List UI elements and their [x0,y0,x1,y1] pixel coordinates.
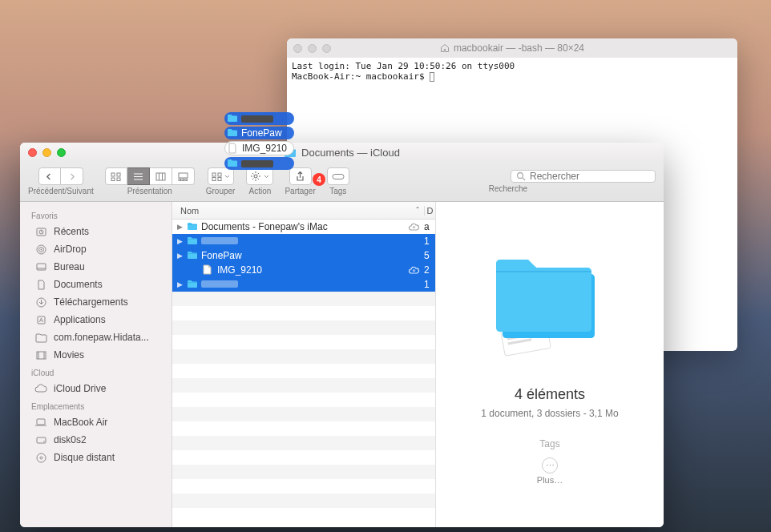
sidebar-section-icloud: iCloud [20,364,172,380]
column-name[interactable]: Nomˆ [172,206,424,216]
sidebar-item-label: com.fonepaw.Hidata... [54,332,149,343]
disclosure-triangle-icon[interactable]: ▶ [176,237,184,245]
sidebar-item-movies[interactable]: Movies [20,346,172,364]
preview-tags-label: Tags [539,438,559,449]
sidebar-item-applications[interactable]: AApplications [20,311,172,328]
sidebar-item-downloads[interactable]: Téléchargements [20,293,172,311]
table-row-empty [172,494,435,508]
back-button[interactable] [38,167,61,185]
sidebar-item-label: AirDrop [54,244,87,255]
terminal-body[interactable]: Last login: Tue Jan 29 10:50:26 on ttys0… [287,58,737,85]
folder-icon [187,250,198,261]
sidebar-item-documents[interactable]: Documents [20,276,172,293]
view-list-button[interactable] [127,167,150,185]
table-row-empty [172,306,435,320]
traffic-minimize-icon[interactable] [308,44,317,53]
document-icon [203,264,214,276]
forward-button[interactable] [61,167,83,185]
finder-traffic-lights[interactable] [28,148,66,157]
preview-pane: 4 éléments 1 document, 3 dossiers - 3,1 … [435,202,664,527]
sidebar-item-label: Téléchargements [54,296,128,308]
traffic-close-icon[interactable] [293,44,302,53]
table-row-empty [172,465,435,479]
list-header[interactable]: Nomˆ D [172,202,435,220]
terminal-traffic-lights[interactable] [293,44,331,53]
table-row[interactable]: ▶FonePaw5 [172,248,435,263]
table-row[interactable]: ▶1 [172,234,435,248]
preview-more[interactable]: ⋯ Plus… [537,457,563,485]
search-input[interactable] [530,171,650,182]
terminal-title: macbookair — -bash — 80×24 [440,42,584,54]
view-columns-button[interactable] [150,167,172,185]
sidebar-item-macbookair[interactable]: MacBook Air [20,413,172,431]
svg-rect-16 [212,177,216,180]
row-trail: a [424,221,435,232]
table-row-empty [172,349,435,364]
disclosure-triangle-icon[interactable]: ▶ [176,252,184,260]
table-row-empty [172,393,435,407]
sidebar-item-disk0s2[interactable]: disk0s2 [20,431,172,449]
table-row[interactable]: ▶1 [172,277,435,292]
gear-icon [250,171,261,182]
tags-group: Tags [327,167,349,195]
table-row-empty [172,479,435,494]
svg-line-21 [523,178,525,180]
cloud-download-icon[interactable] [406,223,421,232]
svg-rect-10 [179,173,188,178]
sidebar-item-remote-disc[interactable]: Disque distant [20,449,172,466]
file-name: IMG_9210 [217,264,403,276]
action-group: Action [246,167,273,195]
traffic-zoom-icon[interactable] [57,148,66,157]
svg-rect-14 [212,173,216,176]
svg-rect-1 [117,173,120,176]
folder-icon [284,147,297,158]
applications-icon: A [34,313,47,326]
sidebar-item-desktop[interactable]: Bureau [20,258,172,276]
sidebar-section-favoris: Favoris [20,207,172,223]
file-name: FonePaw [201,250,403,261]
disc-icon [34,451,47,464]
group-button[interactable] [208,167,234,185]
tags-button[interactable] [327,167,349,185]
traffic-minimize-icon[interactable] [42,148,51,157]
disclosure-triangle-icon[interactable]: ▶ [176,223,184,231]
folder-stack-icon [482,228,618,365]
sidebar-item-icloud-drive[interactable]: iCloud Drive [20,380,172,397]
cloud-download-icon[interactable] [406,266,421,275]
ellipsis-icon[interactable]: ⋯ [542,457,558,474]
tag-icon [332,172,345,181]
finder-titlebar[interactable]: Documents — iCloud [20,143,664,162]
sidebar-item-label: disk0s2 [54,434,87,445]
table-row[interactable]: ▶Documents - Fonepaw's iMaca [172,220,435,234]
terminal-titlebar[interactable]: macbookair — -bash — 80×24 [287,38,737,58]
sidebar-item-recents[interactable]: Récents [20,223,172,240]
traffic-close-icon[interactable] [28,148,37,157]
cloud-icon [34,382,47,395]
disclosure-triangle-icon[interactable]: ▶ [176,280,184,288]
search-input-wrapper[interactable] [511,170,656,183]
column-name-label: Nom [180,206,199,216]
file-rows[interactable]: ▶Documents - Fonepaw's iMaca▶1▶FonePaw5I… [172,220,435,527]
preview-title: 4 éléments [515,386,585,403]
table-row-empty [172,335,435,349]
sidebar-item-airdrop[interactable]: AirDrop [20,240,172,258]
terminal-prompt: MacBook-Air:~ macbookair$ [292,71,430,82]
sidebar-section-locations: Emplacements [20,397,172,413]
sidebar-item-hidata[interactable]: com.fonepaw.Hidata... [20,328,172,346]
table-row-empty [172,378,435,393]
row-trail: 2 [424,264,435,276]
action-button[interactable] [246,167,273,185]
share-button[interactable] [289,167,312,185]
table-row[interactable]: IMG_92102 [172,263,435,277]
finder-toolbar: Précédent/Suivant Présentation Grouper A… [20,162,664,202]
chevron-down-icon [264,175,269,179]
chevron-down-icon [224,175,230,179]
table-row-empty [172,436,435,450]
sidebar: Favoris Récents AirDrop Bureau Documents… [20,202,172,527]
traffic-zoom-icon[interactable] [322,44,331,53]
view-gallery-button[interactable] [172,167,195,185]
column-date[interactable]: D [424,206,435,216]
folder-icon [227,127,238,139]
view-icons-button[interactable] [105,167,127,185]
sidebar-item-label: Récents [54,226,89,237]
